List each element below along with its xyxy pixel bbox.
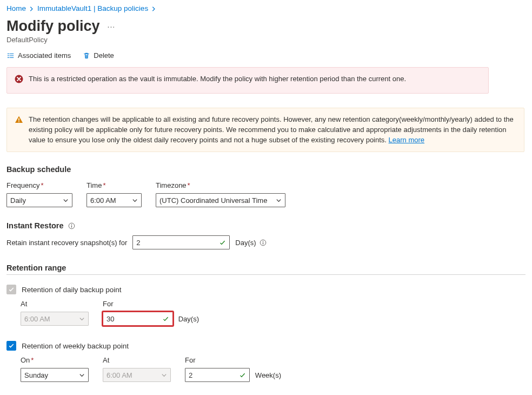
associated-items-button[interactable]: Associated items — [6, 51, 71, 60]
weekly-at-select: 6:00 AM — [103, 368, 171, 382]
more-actions-button[interactable]: ··· — [108, 22, 116, 31]
frequency-label: Frequency* — [6, 181, 72, 189]
daily-for-value: 30 — [107, 315, 114, 323]
instant-restore-row: Retain instant recovery snapshot(s) for … — [6, 235, 526, 249]
warning-icon — [15, 115, 23, 127]
svg-rect-5 — [71, 226, 71, 228]
daily-at-value: 6:00 AM — [24, 315, 50, 323]
weekly-for-value: 2 — [189, 371, 192, 379]
daily-retention-block: Retention of daily backup point At 6:00 … — [6, 285, 526, 326]
backup-schedule-heading: Backup schedule — [6, 165, 526, 174]
daily-for-input[interactable]: 30 — [103, 312, 173, 326]
page-subtitle: DefaultPolicy — [6, 36, 526, 44]
check-icon — [219, 239, 226, 246]
chevron-down-icon — [79, 372, 85, 378]
daily-retention-title: Retention of daily backup point — [22, 286, 122, 294]
chevron-down-icon — [79, 316, 85, 322]
weekly-for-input[interactable]: 2 — [185, 368, 250, 382]
daily-at-label: At — [21, 300, 89, 308]
time-label: Time* — [87, 181, 142, 189]
error-icon — [15, 75, 23, 87]
weekly-at-label: At — [103, 356, 171, 364]
trash-icon — [83, 52, 90, 60]
info-icon[interactable] — [68, 222, 75, 229]
retention-range-heading: Retention range — [6, 264, 526, 272]
weekly-for-label: For — [185, 356, 281, 364]
weekly-at-value: 6:00 AM — [107, 371, 132, 379]
error-banner: This is a restricted operation as the va… — [6, 67, 489, 94]
check-icon — [239, 372, 246, 379]
svg-rect-1 — [18, 118, 19, 121]
info-icon[interactable] — [260, 239, 267, 246]
daily-for-label: For — [103, 300, 199, 308]
breadcrumb-home[interactable]: Home — [6, 4, 26, 12]
divider — [6, 274, 526, 275]
instant-restore-input[interactable]: 2 — [132, 235, 230, 249]
weekly-on-select[interactable]: Sunday — [21, 368, 89, 382]
check-icon — [162, 315, 169, 322]
weekly-on-value: Sunday — [24, 371, 48, 379]
weekly-for-unit: Week(s) — [255, 371, 281, 379]
learn-more-link[interactable]: Learn more — [389, 136, 424, 144]
breadcrumb-vault[interactable]: ImmutableVault1 | Backup policies — [37, 4, 148, 12]
frequency-select[interactable]: Daily — [6, 193, 72, 207]
chevron-down-icon — [132, 198, 138, 203]
weekly-on-label: On* — [21, 356, 89, 364]
time-select[interactable]: 6:00 AM — [87, 193, 142, 207]
delete-label: Delete — [94, 51, 114, 60]
warning-text-body: The retention changes will be applicable… — [29, 115, 514, 144]
daily-at-select: 6:00 AM — [21, 312, 89, 326]
weekly-retention-title: Retention of weekly backup point — [22, 342, 129, 350]
timezone-select[interactable]: (UTC) Coordinated Universal Time — [156, 193, 285, 207]
chevron-right-icon — [29, 4, 34, 12]
daily-retention-checkbox — [6, 285, 16, 294]
weekly-retention-checkbox[interactable] — [6, 341, 16, 351]
warning-banner-text: The retention changes will be applicable… — [29, 115, 516, 146]
svg-point-7 — [262, 241, 263, 242]
time-value: 6:00 AM — [90, 196, 116, 205]
svg-rect-2 — [18, 121, 19, 122]
associated-items-label: Associated items — [18, 51, 71, 60]
svg-rect-8 — [262, 242, 263, 245]
chevron-right-icon — [151, 4, 156, 12]
frequency-value: Daily — [10, 196, 26, 205]
svg-point-4 — [71, 224, 72, 225]
warning-banner: The retention changes will be applicable… — [6, 108, 524, 153]
chevron-down-icon — [161, 372, 167, 378]
chevron-down-icon — [276, 198, 282, 203]
timezone-label: Timezone* — [156, 181, 285, 189]
daily-for-unit: Day(s) — [178, 315, 199, 323]
instant-restore-heading: Instant Restore — [6, 221, 64, 230]
chevron-down-icon — [63, 198, 69, 203]
command-bar: Associated items Delete — [6, 51, 526, 60]
list-icon — [6, 52, 15, 60]
instant-restore-unit: Day(s) — [235, 239, 256, 247]
breadcrumb: Home ImmutableVault1 | Backup policies — [6, 4, 526, 12]
error-banner-text: This is a restricted operation as the va… — [29, 74, 406, 84]
weekly-retention-block: Retention of weekly backup point On* Sun… — [6, 341, 526, 382]
instant-restore-label: Retain instant recovery snapshot(s) for — [6, 239, 127, 247]
timezone-value: (UTC) Coordinated Universal Time — [159, 196, 267, 205]
backup-schedule-row: Frequency* Daily Time* 6:00 AM Timezone*… — [6, 181, 526, 207]
delete-button[interactable]: Delete — [83, 51, 114, 60]
page-title: Modify policy — [6, 18, 100, 35]
instant-restore-value: 2 — [136, 239, 140, 247]
